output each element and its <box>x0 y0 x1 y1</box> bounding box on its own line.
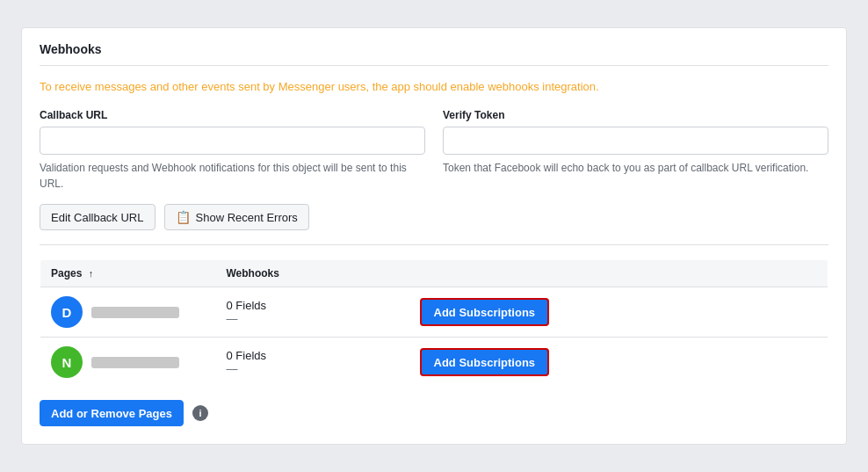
doc-icon: 📋 <box>176 210 191 224</box>
callback-hint: Validation requests and Webhook notifica… <box>40 160 425 192</box>
webhooks-cell-n: 0 Fields — <box>216 338 409 388</box>
edit-callback-button[interactable]: Edit Callback URL <box>40 204 156 230</box>
col-pages: Pages ↑ <box>40 260 216 287</box>
avatar-d: D <box>51 296 83 328</box>
blurred-name-d <box>91 307 179 318</box>
table-row: N 0 Fields — Add Subscriptions <box>40 338 828 388</box>
col-webhooks: Webhooks <box>216 260 409 287</box>
actions-cell-n: Add Subscriptions <box>409 338 828 388</box>
table-header-row: Pages ↑ Webhooks <box>40 260 828 287</box>
blurred-name-n <box>91 357 179 368</box>
info-message: To receive messages and other events sen… <box>40 78 828 96</box>
verify-token-input[interactable]: ••••••••••••••••••••••••••••••• <box>443 127 828 155</box>
add-remove-pages-button[interactable]: Add or Remove Pages <box>40 400 184 426</box>
callback-url-group: Callback URL Validation requests and Web… <box>40 109 425 192</box>
verify-token-label: Verify Token <box>443 109 828 121</box>
page-name-d <box>91 307 179 318</box>
add-subscriptions-button-n[interactable]: Add Subscriptions <box>420 348 550 376</box>
token-hint: Token that Facebook will echo back to yo… <box>443 160 828 176</box>
table-section: Pages ↑ Webhooks D <box>40 259 828 426</box>
callback-url-label: Callback URL <box>40 109 425 121</box>
fields-dash-n: — <box>227 362 399 375</box>
sort-icon: ↑ <box>89 268 94 279</box>
page-cell-n: N <box>40 338 216 388</box>
form-row: Callback URL Validation requests and Web… <box>40 109 828 192</box>
edit-callback-label: Edit Callback URL <box>51 211 144 224</box>
callback-url-input[interactable] <box>40 127 425 155</box>
verify-token-group: Verify Token •••••••••••••••••••••••••••… <box>443 109 828 192</box>
fields-dash-d: — <box>227 312 399 325</box>
action-btn-row: Edit Callback URL 📋 Show Recent Errors <box>40 204 828 245</box>
actions-cell-d: Add Subscriptions <box>409 287 828 338</box>
show-errors-button[interactable]: 📋 Show Recent Errors <box>164 204 309 230</box>
panel-title: Webhooks <box>40 42 828 66</box>
page-name-n <box>91 357 179 368</box>
fields-count-d: 0 Fields <box>227 299 399 312</box>
fields-count-n: 0 Fields <box>227 349 399 362</box>
page-cell-d: D <box>40 287 216 338</box>
table-row: D 0 Fields — Add Subscriptions <box>40 287 828 338</box>
add-subscriptions-button-d[interactable]: Add Subscriptions <box>420 298 550 326</box>
show-errors-label: Show Recent Errors <box>196 211 298 224</box>
bottom-row: Add or Remove Pages i <box>40 400 828 426</box>
webhooks-cell-d: 0 Fields — <box>216 287 409 338</box>
info-icon[interactable]: i <box>192 405 208 421</box>
avatar-n: N <box>51 346 83 378</box>
add-remove-label: Add or Remove Pages <box>51 407 172 420</box>
pages-table: Pages ↑ Webhooks D <box>40 259 828 388</box>
webhooks-panel: Webhooks To receive messages and other e… <box>21 27 847 446</box>
col-actions <box>409 260 828 287</box>
